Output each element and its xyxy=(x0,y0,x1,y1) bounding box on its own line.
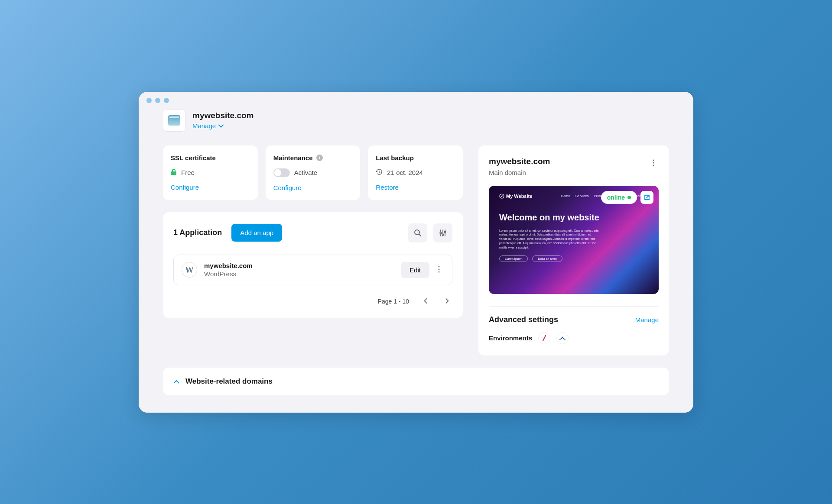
svg-point-9 xyxy=(653,165,654,166)
online-badge: online xyxy=(601,191,637,204)
preview-btn-1: Lorem ipsum xyxy=(499,255,528,262)
app-window: mywebsite.com Manage SSL certificate xyxy=(139,92,693,413)
domain-subtitle: Main domain xyxy=(489,169,550,176)
search-button[interactable] xyxy=(408,223,427,242)
svg-point-2 xyxy=(442,234,444,236)
window-maximize[interactable] xyxy=(164,98,169,103)
app-more-button[interactable] xyxy=(434,263,444,277)
svg-point-3 xyxy=(444,231,446,233)
advanced-manage-link[interactable]: Manage xyxy=(635,316,659,323)
chevron-down-icon xyxy=(218,124,224,128)
external-link-icon xyxy=(644,194,650,200)
preview-hero-text: Lorem ipsum dolor sit amet, consectetur … xyxy=(499,229,599,250)
chevron-left-icon xyxy=(424,298,427,304)
chevron-right-icon xyxy=(445,298,449,304)
wordpress-icon: W xyxy=(182,262,197,278)
info-icon[interactable]: i xyxy=(316,155,323,161)
site-title: mywebsite.com xyxy=(192,111,254,120)
prev-page-button[interactable] xyxy=(420,297,431,307)
env-icon-1[interactable] xyxy=(538,332,550,344)
ssl-title: SSL certificate xyxy=(171,154,250,162)
app-row: W mywebsite.com WordPress Edit xyxy=(173,255,452,285)
domain-panel: mywebsite.com Main domain My Website xyxy=(478,145,669,355)
backup-restore-link[interactable]: Restore xyxy=(376,184,455,191)
preview-btn-2: Dolor sit amet xyxy=(532,255,562,262)
maintenance-configure-link[interactable]: Configure xyxy=(273,184,353,191)
preview-logo: My Website xyxy=(499,194,532,199)
pagination-label: Page 1 - 10 xyxy=(378,298,409,305)
advanced-settings-title: Advanced settings xyxy=(489,315,558,324)
lock-icon xyxy=(171,168,177,177)
next-page-button[interactable] xyxy=(442,297,452,307)
manage-label: Manage xyxy=(192,122,216,129)
ssl-card: SSL certificate Free Configure xyxy=(163,145,258,200)
window-minimize[interactable] xyxy=(155,98,160,103)
site-icon xyxy=(163,109,185,132)
ssl-configure-link[interactable]: Configure xyxy=(171,184,250,191)
svg-point-5 xyxy=(439,268,440,270)
add-app-button[interactable]: Add an app xyxy=(231,224,282,242)
svg-point-7 xyxy=(653,159,654,161)
applications-panel: 1 Application Add an app W xyxy=(163,212,463,318)
open-site-button[interactable] xyxy=(640,191,653,204)
window-titlebar xyxy=(139,92,693,103)
domain-more-button[interactable] xyxy=(648,157,659,170)
app-type: WordPress xyxy=(204,270,253,278)
history-icon xyxy=(376,168,383,177)
sliders-icon xyxy=(439,229,447,237)
backup-card: Last backup 21 oct. 2024 Restore xyxy=(368,145,463,200)
environments-label: Environments xyxy=(489,334,532,342)
backup-date: 21 oct. 2024 xyxy=(387,169,423,176)
edit-app-button[interactable]: Edit xyxy=(401,262,429,278)
more-vertical-icon xyxy=(438,266,440,273)
backup-title: Last backup xyxy=(376,154,455,162)
filter-button[interactable] xyxy=(433,223,452,242)
search-icon xyxy=(414,229,422,237)
maintenance-toggle[interactable] xyxy=(273,168,290,177)
chevron-up-icon xyxy=(173,378,179,385)
more-vertical-icon xyxy=(653,159,654,166)
app-name: mywebsite.com xyxy=(204,262,253,269)
window-close[interactable] xyxy=(146,98,152,103)
maintenance-title: Maintenance xyxy=(273,154,313,162)
manage-dropdown[interactable]: Manage xyxy=(192,122,254,129)
applications-count: 1 Application xyxy=(173,228,222,237)
domains-title: Website-related domains xyxy=(185,377,273,386)
svg-point-6 xyxy=(439,271,440,272)
online-dot-icon xyxy=(627,196,631,199)
svg-point-1 xyxy=(440,232,442,234)
env-icon-2[interactable] xyxy=(556,332,569,344)
site-header: mywebsite.com Manage xyxy=(163,109,669,132)
pagination: Page 1 - 10 xyxy=(173,297,452,307)
site-preview: My Website Home Services Pricing About u… xyxy=(489,186,659,294)
ssl-value: Free xyxy=(181,169,195,176)
svg-point-8 xyxy=(653,162,654,163)
preview-hero-title: Welcome on my website xyxy=(499,213,648,223)
domains-section[interactable]: Website-related domains xyxy=(163,368,669,395)
divider xyxy=(489,306,659,307)
maintenance-card: Maintenance i Activate Configure xyxy=(266,145,361,200)
svg-point-10 xyxy=(500,194,504,198)
maintenance-value: Activate xyxy=(294,169,317,176)
svg-point-4 xyxy=(439,266,440,267)
domain-name: mywebsite.com xyxy=(489,157,550,166)
